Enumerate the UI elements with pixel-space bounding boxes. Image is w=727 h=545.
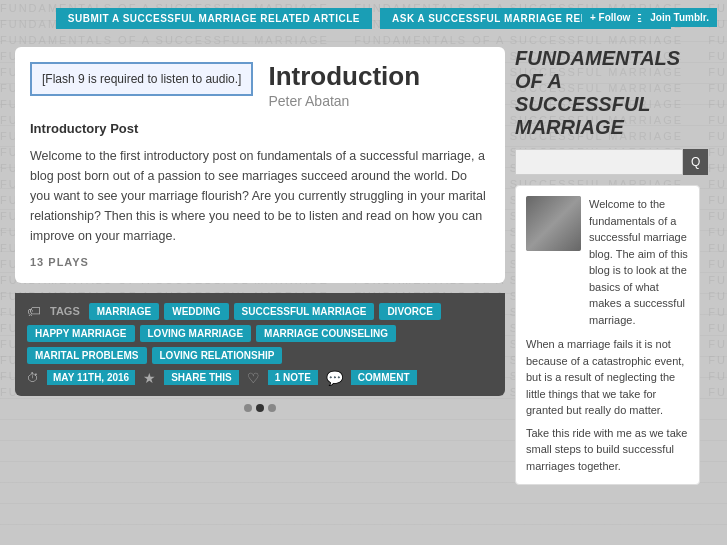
search-button[interactable]: Q [683, 149, 708, 175]
top-right-buttons: + Follow Join Tumblr. [582, 8, 717, 27]
sidebar-more-text-2: Take this ride with me as we take small … [526, 425, 689, 475]
tag-divorce[interactable]: DIVORCE [379, 303, 441, 320]
post-title: Introduction [268, 62, 420, 91]
right-sidebar: FUNDAMENTALS OF A SUCCESSFUL MARRIAGE Q … [515, 47, 700, 485]
sidebar-title: FUNDAMENTALS OF A SUCCESSFUL MARRIAGE [515, 47, 700, 139]
post-header: [Flash 9 is required to listen to audio.… [30, 62, 490, 109]
post-card: [Flash 9 is required to listen to audio.… [15, 47, 505, 283]
tag-wedding[interactable]: WEDDING [164, 303, 228, 320]
post-subtitle: Introductory Post [30, 121, 490, 136]
tag-loving-marriage[interactable]: LOVING MARRIAGE [140, 325, 252, 342]
tag-marriage-counseling[interactable]: MARRIAGE COUNSELING [256, 325, 396, 342]
page-dot-2 [256, 404, 264, 412]
comment-button[interactable]: COMMENT [351, 370, 417, 385]
tag-marital-problems[interactable]: MARITAL PROBLEMS [27, 347, 147, 364]
tag-loving-relationship[interactable]: LOVING RELATIONSHIP [152, 347, 283, 364]
tag-successful-marriage[interactable]: SUCCESSFUL MARRIAGE [234, 303, 375, 320]
sidebar-profile: Welcome to the fundamentals of a success… [526, 196, 689, 328]
clock-icon: ⏱ [27, 371, 39, 385]
post-body: Welcome to the first introductory post o… [30, 146, 490, 246]
post-date: MAY 11TH, 2016 [47, 370, 135, 385]
left-content: [Flash 9 is required to listen to audio.… [15, 47, 505, 485]
sidebar-more-text-1: When a marriage fails it is not because … [526, 336, 689, 419]
share-button[interactable]: SHARE THIS [164, 370, 239, 385]
post-author: Peter Abatan [268, 93, 420, 109]
post-title-area: Introduction Peter Abatan [268, 62, 420, 109]
tag-marriage[interactable]: MARRIAGE [89, 303, 159, 320]
search-input[interactable] [515, 149, 683, 175]
top-bar: SUBMIT A SUCCESSFUL MARRIAGE RELATED ART… [0, 0, 727, 37]
tag-happy-marriage[interactable]: HAPPY MARRIAGE [27, 325, 135, 342]
sidebar-profile-text: Welcome to the fundamentals of a success… [589, 196, 689, 328]
follow-button[interactable]: + Follow [582, 8, 638, 27]
join-button[interactable]: Join Tumblr. [642, 8, 717, 27]
avatar [526, 196, 581, 251]
plays-count: 13 PLAYS [30, 256, 490, 268]
pagination [15, 404, 505, 412]
comment-icon: 💬 [326, 370, 343, 386]
star-icon: ★ [143, 370, 156, 386]
avatar-placeholder [526, 196, 581, 251]
heart-icon: ♡ [247, 370, 260, 386]
page-dot-3 [268, 404, 276, 412]
meta-row: ⏱ MAY 11TH, 2016 ★ SHARE THIS ♡ 1 NOTE 💬… [27, 370, 493, 386]
note-count-button[interactable]: 1 NOTE [268, 370, 318, 385]
search-bar: Q [515, 149, 700, 175]
main-layout: [Flash 9 is required to listen to audio.… [0, 37, 727, 495]
sidebar-card: Welcome to the fundamentals of a success… [515, 185, 700, 485]
submit-article-button[interactable]: SUBMIT A SUCCESSFUL MARRIAGE RELATED ART… [56, 8, 372, 29]
tag-icon: 🏷 [27, 303, 41, 319]
tags-label: TAGS [50, 305, 80, 317]
flash-box: [Flash 9 is required to listen to audio.… [30, 62, 253, 96]
page-dot-1 [244, 404, 252, 412]
tags-section: 🏷 TAGS MARRIAGE WEDDING SUCCESSFUL MARRI… [15, 293, 505, 396]
tags-row: 🏷 TAGS MARRIAGE WEDDING SUCCESSFUL MARRI… [27, 303, 493, 364]
